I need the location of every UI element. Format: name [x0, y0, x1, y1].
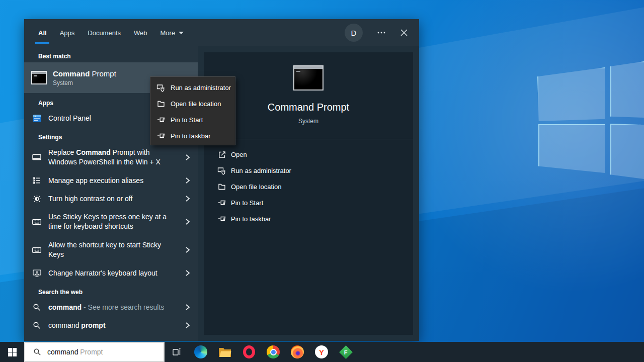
chevron-right-icon	[184, 195, 192, 203]
close-icon[interactable]	[400, 29, 408, 37]
pin-icon	[156, 132, 166, 140]
search-icon	[33, 348, 41, 356]
run-as-admin-icon	[156, 83, 166, 92]
result-turn-high-contrast[interactable]: Turn high contrast on or off	[24, 190, 198, 208]
more-options-icon[interactable]	[377, 28, 386, 37]
action-open[interactable]: Open	[204, 146, 413, 162]
display-icon	[31, 153, 42, 161]
opera-icon	[243, 345, 255, 358]
taskbar-app-opera[interactable]	[237, 342, 261, 362]
taskbar-search-input[interactable]: command Prompt	[24, 342, 165, 362]
windows-logo-pane	[537, 67, 605, 121]
context-pin-to-taskbar[interactable]: Pin to taskbar	[150, 128, 235, 144]
best-match-subtitle: System	[53, 79, 116, 86]
chevron-right-icon	[184, 176, 192, 185]
start-button[interactable]	[0, 342, 24, 362]
edge-icon	[194, 345, 207, 358]
taskbar-app-firefox[interactable]	[285, 342, 309, 362]
chevron-right-icon	[184, 153, 192, 161]
narrator-icon	[31, 269, 42, 278]
windows-logo-pane	[610, 61, 644, 118]
command-prompt-icon-large	[293, 65, 324, 90]
search-icon	[31, 303, 42, 311]
chevron-right-icon	[184, 269, 192, 277]
keyboard-icon	[31, 218, 42, 226]
run-as-admin-icon	[217, 166, 226, 175]
control-panel-icon	[31, 114, 42, 123]
taskbar-app-chrome[interactable]	[261, 342, 285, 362]
windows-logo-pane	[610, 124, 644, 179]
pin-icon	[217, 199, 226, 207]
section-header-search-web: Search the web	[24, 282, 198, 298]
action-open-file-location[interactable]: Open file location	[204, 178, 413, 195]
windows-logo-pane	[538, 124, 605, 173]
chrome-icon	[267, 345, 280, 358]
search-typed-text: command	[47, 348, 78, 356]
chevron-down-icon	[179, 32, 184, 34]
firefox-icon	[291, 345, 304, 358]
result-use-sticky-keys[interactable]: Use Sticky Keys to press one key at a ti…	[24, 208, 198, 236]
tab-apps[interactable]: Apps	[60, 19, 75, 46]
result-allow-shortcut-sticky-keys[interactable]: Allow the shortcut key to start Sticky K…	[24, 236, 198, 264]
taskbar-app-green-diamond[interactable]: F	[334, 342, 358, 362]
search-flyout: All Apps Documents Web More D Best match…	[24, 19, 419, 341]
result-manage-app-execution-aliases[interactable]: Manage app execution aliases	[24, 171, 198, 190]
list-icon	[31, 176, 42, 185]
green-diamond-icon: F	[339, 345, 353, 359]
chevron-right-icon	[184, 218, 192, 226]
result-replace-command-prompt[interactable]: Replace Command Prompt with Windows Powe…	[24, 143, 198, 171]
folder-icon	[217, 183, 226, 191]
result-web-command-prompt[interactable]: command prompt	[24, 316, 198, 334]
tab-all[interactable]: All	[38, 19, 47, 46]
avatar[interactable]: D	[345, 24, 363, 42]
open-icon	[217, 150, 226, 159]
action-pin-to-start[interactable]: Pin to Start	[204, 195, 413, 211]
action-run-as-administrator[interactable]: Run as administrator	[204, 162, 413, 178]
context-menu: Run as administrator Open file location …	[150, 76, 235, 145]
chevron-right-icon	[184, 321, 192, 329]
chevron-right-icon	[184, 303, 192, 311]
taskbar-app-yandex[interactable]: Y	[309, 342, 334, 362]
file-explorer-icon	[218, 346, 231, 357]
tab-web[interactable]: Web	[134, 19, 147, 46]
tab-documents[interactable]: Documents	[88, 19, 121, 46]
task-view-button[interactable]	[165, 342, 189, 362]
chevron-right-icon	[184, 246, 192, 254]
result-web-command[interactable]: command - See more search results	[24, 298, 198, 316]
pin-icon	[156, 116, 166, 124]
contrast-icon	[31, 195, 42, 203]
windows-logo-icon	[8, 348, 17, 356]
yandex-browser-icon: Y	[315, 345, 328, 358]
tab-more[interactable]: More	[160, 19, 184, 46]
context-open-file-location[interactable]: Open file location	[150, 96, 235, 112]
result-change-narrator-layout[interactable]: Change Narrator's keyboard layout	[24, 264, 198, 282]
action-pin-to-taskbar[interactable]: Pin to taskbar	[204, 211, 413, 227]
pin-icon	[217, 215, 226, 223]
search-tab-bar: All Apps Documents Web More D	[24, 19, 419, 46]
taskbar-app-file-explorer[interactable]	[213, 342, 237, 362]
search-icon	[31, 321, 42, 329]
taskbar: command Prompt Y	[0, 342, 644, 362]
command-prompt-icon	[31, 71, 47, 84]
task-view-icon	[172, 347, 182, 357]
keyboard-icon	[31, 246, 42, 254]
section-header-best-match: Best match	[24, 46, 198, 62]
context-pin-to-start[interactable]: Pin to Start	[150, 112, 235, 128]
taskbar-app-edge[interactable]	[189, 342, 213, 362]
folder-icon	[156, 100, 166, 108]
search-suggestion-text: Prompt	[80, 348, 103, 356]
context-run-as-administrator[interactable]: Run as administrator	[150, 79, 235, 96]
